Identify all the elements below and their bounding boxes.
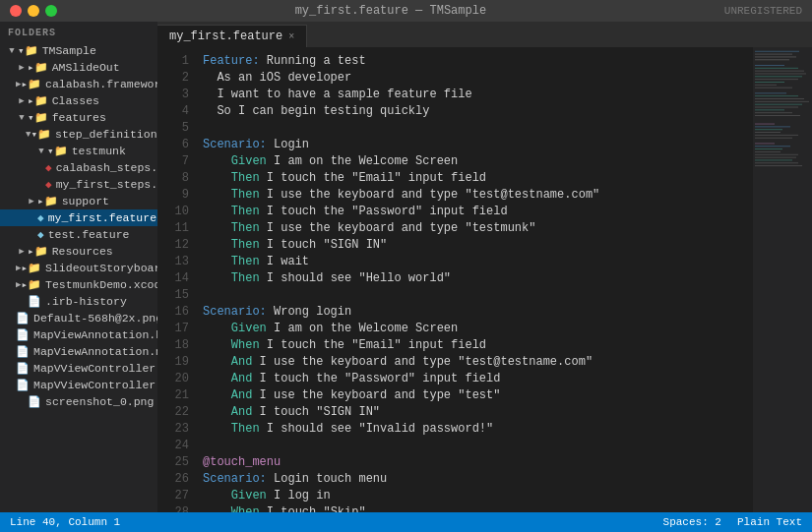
sidebar-item-mapview_annotation_m[interactable]: 📄MapViewAnnotation.m: [0, 343, 157, 360]
code-line: When I touch "Skip": [203, 504, 743, 512]
sidebar-item-calabash-framework[interactable]: ▶▸📁calabash.framework: [0, 76, 157, 92]
svg-rect-35: [755, 159, 792, 160]
line-number: 8: [157, 170, 189, 187]
tree-arrow: ▶: [16, 62, 28, 73]
tree-item-label: MapVViewController.h: [33, 362, 157, 375]
code-line: Then I touch the "Email" input field: [203, 170, 743, 187]
code-line: As an iOS developer: [203, 70, 743, 87]
main-layout: FOLDERS ▼▾📁TMSample▶▸📁AMSlideOut▶▸📁calab…: [0, 22, 812, 512]
minimize-button[interactable]: [28, 5, 39, 17]
line-number: 6: [157, 137, 189, 153]
line-number: 26: [157, 471, 189, 488]
line-number: 17: [157, 321, 189, 337]
sidebar-item-default_568h[interactable]: 📄Default-568h@2x.png: [0, 310, 157, 326]
code-line: And I touch "SIGN IN": [203, 404, 743, 421]
svg-rect-11: [755, 82, 784, 83]
line-number: 15: [157, 287, 189, 304]
svg-rect-3: [755, 56, 796, 57]
svg-rect-2: [755, 54, 792, 55]
svg-rect-18: [755, 104, 802, 105]
sidebar-item-irb_history[interactable]: 📄.irb-history: [0, 293, 157, 310]
code-line: [203, 120, 743, 137]
line-number: 13: [157, 254, 189, 270]
line-number: 21: [157, 387, 189, 404]
code-line: And I touch the "Password" input field: [203, 371, 743, 387]
code-editor[interactable]: Feature: Running a test As an iOS develo…: [193, 47, 753, 512]
sidebar-item-mapview_annotation_h[interactable]: 📄MapViewAnnotation.h: [0, 326, 157, 343]
sidebar-item-slideout_sb[interactable]: ▶▸📁SlideoutStoryboardSample: [0, 260, 157, 276]
tab-close-button[interactable]: ×: [288, 31, 294, 42]
tree-item-label: testmunk: [72, 145, 126, 157]
spaces-indicator: Spaces: 2: [663, 516, 721, 528]
sidebar-item-calabash_steps[interactable]: ◆calabash_steps.rb: [0, 159, 157, 176]
svg-rect-12: [755, 85, 777, 86]
editor-tab[interactable]: my_first.feature ×: [157, 25, 307, 47]
sidebar-item-tmsample[interactable]: ▼▾📁TMSample: [0, 42, 157, 59]
file-icon: 📄: [16, 362, 30, 375]
tree-item-label: Default-568h@2x.png: [33, 312, 157, 325]
code-line: Scenario: Wrong login: [203, 304, 743, 321]
sidebar-item-support[interactable]: ▶▸📁support: [0, 193, 157, 209]
sidebar-item-resources[interactable]: ▶▸📁Resources: [0, 243, 157, 260]
tree-item-label: TMSample: [42, 44, 96, 57]
tree-item-label: support: [62, 195, 109, 207]
file-icon: 📄: [16, 328, 30, 341]
file-icon: 📄: [16, 312, 30, 325]
tree-item-label: calabash_steps.rb: [56, 161, 157, 174]
svg-rect-16: [755, 98, 804, 99]
line-number: 2: [157, 70, 189, 87]
tree-item-label: .irb-history: [45, 295, 127, 308]
sidebar-item-test_feature[interactable]: ◆test.feature: [0, 226, 157, 243]
tab-bar: my_first.feature ×: [157, 22, 812, 47]
tree-item-label: AMSlideOut: [52, 61, 120, 74]
registration-badge: UNREGISTERED: [724, 5, 802, 17]
file-icon: ◆: [45, 178, 52, 191]
svg-rect-15: [755, 95, 798, 96]
sidebar-item-features[interactable]: ▼▾📁features: [0, 109, 157, 126]
sidebar-item-mapvview_controller_m[interactable]: 📄MapVViewController.m: [0, 377, 157, 393]
editor-content: 1234567891011121314151617181920212223242…: [157, 47, 812, 512]
tree-item-label: TestmunkDemo.xcodeproj: [45, 278, 157, 291]
file-icon: ▸📁: [21, 78, 41, 90]
sidebar-item-my_first_steps[interactable]: ◆my_first_steps.rb: [0, 176, 157, 193]
svg-rect-22: [755, 115, 800, 116]
tree-item-label: features: [52, 111, 106, 124]
close-button[interactable]: [10, 5, 22, 17]
tree-item-label: step_definitions: [55, 128, 157, 141]
svg-rect-9: [755, 76, 802, 77]
sidebar-item-mapvview_controller_h[interactable]: 📄MapVViewController.h: [0, 360, 157, 377]
sidebar-item-classes[interactable]: ▶▸📁Classes: [0, 92, 157, 109]
window-controls[interactable]: [10, 5, 57, 17]
svg-rect-20: [755, 109, 784, 110]
sidebar-item-step_definitions[interactable]: ▼▾📁step_definitions: [0, 126, 157, 143]
svg-rect-19: [755, 107, 798, 108]
file-tree: ▼▾📁TMSample▶▸📁AMSlideOut▶▸📁calabash.fram…: [0, 42, 157, 410]
file-icon: ▸📁: [28, 245, 48, 258]
sidebar-item-testmunk_demo[interactable]: ▶▸📁TestmunkDemo.xcodeproj: [0, 276, 157, 293]
svg-rect-4: [755, 59, 789, 60]
sidebar-item-testmunk[interactable]: ▼▾📁testmunk: [0, 143, 157, 159]
file-icon: 📄: [28, 295, 41, 308]
svg-rect-23: [755, 124, 775, 125]
sidebar: FOLDERS ▼▾📁TMSample▶▸📁AMSlideOut▶▸📁calab…: [0, 22, 157, 512]
maximize-button[interactable]: [45, 5, 57, 17]
line-number: 5: [157, 120, 189, 137]
line-number: 4: [157, 103, 189, 120]
code-line: Then I touch the "Password" input field: [203, 204, 743, 220]
code-line: Scenario: Login: [203, 137, 743, 153]
sidebar-item-my_first_feature[interactable]: ◆my_first.feature: [0, 209, 157, 226]
sidebar-item-amslideout[interactable]: ▶▸📁AMSlideOut: [0, 59, 157, 76]
code-line: Given I am on the Welcome Screen: [203, 321, 743, 337]
syntax-indicator: Plain Text: [737, 516, 802, 528]
svg-rect-10: [755, 79, 798, 80]
file-icon: ▾📁: [47, 145, 68, 157]
tree-item-label: my_first.feature: [48, 211, 156, 224]
line-number: 28: [157, 504, 189, 512]
tree-arrow: ▼: [6, 46, 18, 56]
tree-item-label: MapViewAnnotation.h: [33, 328, 157, 341]
code-line: I want to have a sample feature file: [203, 87, 743, 103]
window-title: my_first.feature — TMSample: [57, 4, 724, 18]
file-icon: 📄: [16, 345, 30, 358]
status-bar: Line 40, Column 1 Spaces: 2 Plain Text: [0, 512, 812, 532]
sidebar-item-screenshot_0[interactable]: 📄screenshot_0.png: [0, 393, 157, 410]
